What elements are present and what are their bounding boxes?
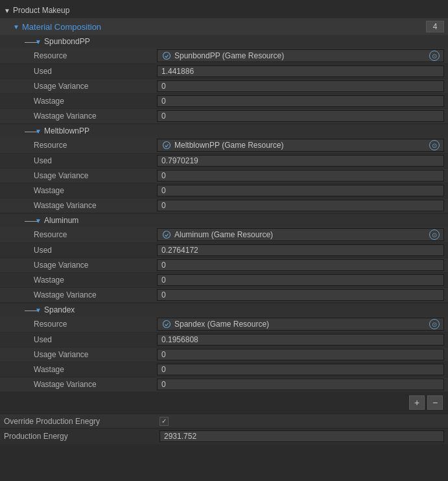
triangle-blue-icon: ▼	[35, 307, 41, 313]
used-label: Used	[34, 335, 157, 344]
spunbondpp-wastagevariance-row: Wastage Variance 0	[0, 109, 448, 124]
spandex-usagevariance-value[interactable]: 0	[157, 349, 444, 360]
product-makeup-title: Product Makeup	[13, 6, 69, 15]
production-energy-label: Production Energy	[4, 432, 159, 441]
circle-arrow-icon[interactable]: ⊙	[429, 140, 440, 150]
wastagevariance-label: Wastage Variance	[34, 111, 157, 121]
aluminum-used-row: Used 0.2764172	[0, 243, 448, 258]
wastage-label: Wastage	[34, 276, 157, 285]
material-spandex-header: —— ▼ Spandex	[0, 303, 448, 316]
aluminum-resource-value[interactable]: Aluminum (Game Resource) ⊙	[157, 228, 444, 241]
usagevariance-label: Usage Variance	[34, 171, 157, 180]
override-production-energy-checkbox[interactable]: ✓	[159, 417, 169, 426]
override-production-energy-value: ✓	[159, 417, 444, 426]
wastagevariance-label: Wastage Variance	[34, 290, 157, 299]
product-makeup-header: ▼ Product Makeup	[0, 3, 448, 18]
aluminum-resource-row: Resource Aluminum (Game Resource) ⊙	[0, 227, 448, 243]
material-composition-section: ▼ Material Composition 4	[0, 18, 448, 35]
triangle-icon: ——	[25, 128, 31, 134]
used-label: Used	[34, 246, 157, 255]
spandex-wastage-value[interactable]: 0	[157, 364, 444, 375]
material-spandex-name: Spandex	[44, 305, 75, 314]
svg-point-0	[163, 53, 171, 60]
remove-material-button[interactable]: −	[427, 395, 443, 410]
material-meltblownpp-header: —— ▼ MeltblownPP	[0, 124, 448, 137]
add-material-button[interactable]: +	[409, 395, 425, 410]
spandex-resource-text: Spandex (Game Resource)	[174, 320, 269, 329]
production-energy-value: 2931.752	[159, 430, 444, 442]
aluminum-usagevariance-value[interactable]: 0	[157, 259, 444, 271]
meltblownpp-wastagevariance-value[interactable]: 0	[157, 200, 444, 211]
meltblownpp-used-value[interactable]: 0.7970219	[157, 155, 444, 167]
wastage-label: Wastage	[34, 97, 157, 106]
spandex-used-value[interactable]: 0.1956808	[157, 334, 444, 346]
material-spandex: —— ▼ Spandex Resource Spandex (Game Reso	[0, 303, 448, 392]
wastagevariance-label: Wastage Variance	[34, 380, 157, 389]
material-composition-label: ▼ Material Composition	[13, 22, 101, 32]
triangle-icon: ——	[25, 38, 31, 45]
spunbondpp-wastage-row: Wastage 0	[0, 94, 448, 109]
svg-point-1	[163, 142, 171, 149]
usagevariance-label: Usage Variance	[34, 350, 157, 359]
material-spunbondpp: —— ▼ SpunbondPP Resource SpunbondPP (Gam	[0, 35, 448, 124]
aluminum-wastage-row: Wastage 0	[0, 273, 448, 288]
circle-arrow-icon[interactable]: ⊙	[429, 229, 440, 240]
override-production-energy-row: Override Production Enegry ✓	[0, 414, 448, 428]
spunbondpp-wastagevariance-value[interactable]: 0	[157, 110, 444, 122]
spunbondpp-usagevariance-value[interactable]: 0	[157, 80, 444, 92]
meltblownpp-resource-text: MeltblownPP (Game Resource)	[174, 141, 284, 150]
aluminum-used-value[interactable]: 0.2764172	[157, 244, 444, 256]
add-remove-buttons: + −	[0, 393, 448, 412]
resource-icon	[161, 229, 172, 240]
triangle-blue-icon: ▼	[35, 217, 41, 224]
material-aluminum: —— ▼ Aluminum Resource Aluminum (Game Re	[0, 214, 448, 303]
meltblownpp-usagevariance-value[interactable]: 0	[157, 170, 444, 182]
resource-icon	[161, 51, 172, 61]
spandex-usagevariance-row: Usage Variance 0	[0, 347, 448, 362]
material-count-badge: 4	[426, 21, 444, 32]
spunbondpp-used-value[interactable]: 1.441886	[157, 65, 444, 77]
svg-point-3	[163, 321, 171, 328]
usagevariance-label: Usage Variance	[34, 82, 157, 91]
material-composition-title: Material Composition	[22, 22, 101, 32]
override-production-energy-label: Override Production Enegry	[4, 417, 159, 426]
resource-icon	[161, 319, 172, 329]
triangle-icon: ——	[25, 307, 31, 313]
aluminum-resource-text: Aluminum (Game Resource)	[174, 230, 273, 239]
inspector-panel: ▼ Product Makeup ▼ Material Composition …	[0, 0, 448, 448]
spandex-wastage-row: Wastage 0	[0, 362, 448, 377]
spandex-wastagevariance-row: Wastage Variance 0	[0, 377, 448, 392]
circle-arrow-icon[interactable]: ⊙	[429, 51, 440, 61]
material-aluminum-name: Aluminum	[44, 216, 78, 225]
triangle-blue-icon: ▼	[13, 23, 19, 30]
meltblownpp-wastagevariance-row: Wastage Variance 0	[0, 198, 448, 213]
wastage-label: Wastage	[34, 186, 157, 195]
circle-arrow-icon[interactable]: ⊙	[429, 319, 440, 329]
spunbondpp-resource-text: SpunbondPP (Game Resource)	[174, 51, 284, 60]
production-energy-input[interactable]: 2931.752	[159, 430, 444, 442]
spunbondpp-used-row: Used 1.441886	[0, 64, 448, 79]
bottom-properties: Override Production Enegry ✓ Production …	[0, 412, 448, 445]
spandex-wastagevariance-value[interactable]: 0	[157, 379, 444, 390]
material-spunbondpp-name: SpunbondPP	[44, 37, 90, 46]
used-label: Used	[34, 156, 157, 165]
meltblownpp-used-row: Used 0.7970219	[0, 154, 448, 169]
resource-icon	[161, 140, 172, 150]
material-meltblownpp: —— ▼ MeltblownPP Resource MeltblownPP (G	[0, 124, 448, 213]
resource-label: Resource	[34, 230, 157, 239]
wastage-label: Wastage	[34, 365, 157, 374]
spandex-resource-value[interactable]: Spandex (Game Resource) ⊙	[157, 318, 444, 331]
spunbondpp-resource-value[interactable]: SpunbondPP (Game Resource) ⊙	[157, 49, 444, 62]
material-aluminum-header: —— ▼ Aluminum	[0, 214, 448, 227]
meltblownpp-wastage-value[interactable]: 0	[157, 185, 444, 196]
aluminum-wastagevariance-value[interactable]: 0	[157, 289, 444, 301]
spandex-used-row: Used 0.1956808	[0, 333, 448, 347]
aluminum-wastagevariance-row: Wastage Variance 0	[0, 288, 448, 303]
resource-label: Resource	[34, 51, 157, 60]
spunbondpp-wastage-value[interactable]: 0	[157, 95, 444, 107]
wastagevariance-label: Wastage Variance	[34, 201, 157, 210]
meltblownpp-resource-value[interactable]: MeltblownPP (Game Resource) ⊙	[157, 139, 444, 152]
aluminum-wastage-value[interactable]: 0	[157, 274, 444, 286]
triangle-icon: ▼	[4, 7, 10, 14]
resource-label: Resource	[34, 141, 157, 150]
